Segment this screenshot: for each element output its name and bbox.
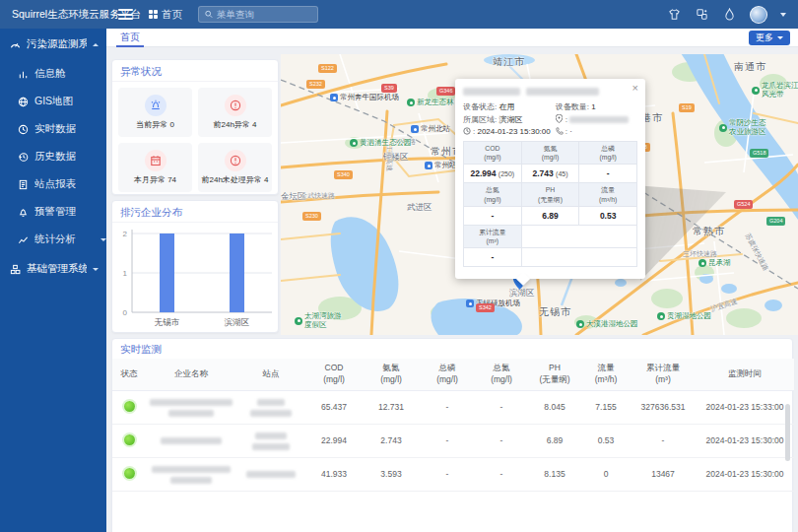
abnormal-card-2[interactable]: 本月异常 74	[118, 143, 192, 192]
abnormal-card-label: 本月异常 74	[134, 174, 176, 185]
popup-metric-header: COD(mg/l)	[464, 142, 522, 165]
transport-poi-icon	[411, 125, 419, 133]
metric-cell: 41.933	[305, 457, 363, 491]
sidebar-group-1[interactable]: 基础管理系统	[0, 253, 106, 285]
map-label-poi-green: 太湖湾旅游 度假区	[295, 312, 342, 329]
monitor-col-总磷: 总磷(mg/l)	[420, 359, 475, 390]
monitor-col-氨氮: 氨氮(mg/l)	[363, 359, 420, 390]
popup-metric-value: 0.53	[579, 206, 637, 225]
popup-device-info: 设备状态: 在用 设备数量: 1 所属区域: 滨湖区 : : 2024-01-2…	[463, 101, 637, 136]
more-button-label: 更多	[756, 32, 773, 44]
park-poi-icon	[752, 87, 760, 95]
status-dot-green	[124, 468, 135, 479]
sidebar-item-信息舱[interactable]: 信息舱	[0, 60, 106, 88]
map-label-district: 金坛区	[281, 191, 306, 203]
user-avatar[interactable]	[750, 6, 767, 24]
table-row[interactable]: 22.9942.743--6.890.53-2024-01-23 15:30:0…	[112, 424, 794, 457]
popup-metric-header: 总氮(mg/l)	[464, 183, 522, 206]
sidebar: 污染源监测系统信息舱GIS地图实时数据历史数据站点报表预警管理统计分析基础管理系…	[0, 29, 106, 532]
svg-text:1: 1	[123, 269, 128, 278]
sidebar-item-label: 信息舱	[34, 67, 66, 81]
road-badge-S39: S39	[381, 84, 397, 93]
enterprise-distribution-panel: 排污企业分布 012无锡市滨湖区	[111, 200, 279, 333]
station-cell-redacted	[236, 457, 305, 491]
sidebar-group-0[interactable]: 污染源监测系统	[0, 29, 106, 60]
modules-icon	[10, 264, 21, 275]
park-poi-icon	[657, 312, 665, 320]
user-menu-chevron-down-icon[interactable]	[780, 13, 786, 17]
monitor-col-累计流量: 累计流量(m³)	[631, 359, 696, 390]
park-poi-icon	[407, 99, 415, 106]
monitor-panel-title: 实时监测	[112, 339, 792, 359]
sidebar-item-站点报表[interactable]: 站点报表	[0, 170, 106, 198]
abnormal-card-3[interactable]: 前24h未处理异常 4	[198, 143, 272, 192]
abnormal-panel-title: 异常状况	[112, 60, 278, 82]
metric-cell: 8.135	[528, 457, 581, 491]
report-icon	[18, 179, 29, 190]
device-time: : 2024-01-23 15:30:00	[463, 127, 556, 136]
sidebar-item-实时数据[interactable]: 实时数据	[0, 115, 106, 143]
map-label-road: 苏虞张快速路	[743, 232, 771, 273]
poi-label-text: 新龙生态林	[417, 99, 454, 107]
popup-metric-header: 流量(m³/h)	[579, 183, 637, 206]
table-row[interactable]: 41.9333.593--8.1350134672024-01-23 15:30…	[112, 457, 794, 491]
sidebar-item-label: 历史数据	[34, 150, 76, 164]
monitor-col-监测时间: 监测时间	[696, 359, 794, 390]
metric-cell: 13467	[631, 457, 696, 491]
theme-skin-icon[interactable]	[667, 7, 682, 22]
location-pin-icon	[556, 114, 564, 123]
map-label-poi-green: 黄泗浦生态公园	[350, 139, 412, 148]
map-label-poi-green: 新龙生态林	[407, 99, 454, 107]
road-badge-S230: S230	[302, 212, 321, 221]
tab-home[interactable]: 首页	[116, 29, 144, 47]
gis-map[interactable]: 靖江市南通市常州市无锡市常熟市张家港市钟楼区武进区金坛区滨湖区外环路江宜高速金武…	[281, 54, 798, 335]
sidebar-item-GIS地图[interactable]: GIS地图	[0, 88, 106, 115]
more-button[interactable]: 更多	[749, 31, 790, 45]
map-label-district: 钟楼区	[383, 152, 409, 164]
abnormal-card-1[interactable]: 前24h异常 4	[198, 88, 272, 137]
poi-label-text: 常阴沙生态 农业旅游区	[729, 119, 766, 136]
popup-metric-value: -	[464, 206, 522, 225]
map-label-poi-green: 常阴沙生态 农业旅游区	[719, 119, 766, 136]
poi-label-text: 大溪港湿地公园	[586, 320, 638, 329]
table-row[interactable]: 65.43712.731--8.0457.155327636.5312024-0…	[112, 390, 794, 424]
bars-icon	[18, 69, 29, 80]
menu-search[interactable]	[198, 6, 318, 23]
sidebar-item-历史数据[interactable]: 历史数据	[0, 143, 106, 170]
map-label-poi-blue: 常州站	[425, 162, 457, 170]
alert-circle-icon	[225, 95, 246, 116]
device-count: 设备数量: 1	[556, 101, 637, 112]
table-scrollbar[interactable]	[785, 404, 790, 461]
map-label-city: 南通市	[734, 60, 766, 74]
map-label-city: 常熟市	[693, 225, 725, 238]
station-cell-redacted	[236, 390, 305, 424]
map-label-poi-green: 贡湖湿地公园	[657, 312, 711, 321]
road-badge-G524: G524	[734, 200, 753, 209]
monitor-col-流量: 流量(m³/h)	[581, 359, 631, 390]
map-label-poi-blue: 无锡硕放机场	[466, 299, 520, 308]
hamburger-menu-icon[interactable]	[118, 9, 133, 20]
metric-cell: 2.743	[363, 424, 420, 457]
multi-screen-icon[interactable]	[695, 7, 709, 22]
search-input[interactable]	[217, 9, 311, 20]
globe-icon	[18, 97, 29, 107]
metric-cell: 65.437	[305, 390, 363, 424]
map-label-poi-blue: 常州北站	[411, 125, 450, 134]
map-label-road: 金武快速路	[300, 191, 335, 201]
popup-metric-header: 氨氮(mg/l)	[521, 142, 579, 165]
popup-close-icon[interactable]: ×	[632, 83, 638, 94]
chart-panel-title: 排污企业分布	[112, 201, 278, 223]
abnormal-card-0[interactable]: 当前异常 0	[118, 88, 192, 137]
topbar-home-link[interactable]: 首页	[149, 8, 182, 22]
transport-poi-icon	[425, 162, 432, 169]
abnormal-card-label: 当前异常 0	[136, 119, 174, 130]
flame-icon[interactable]	[722, 7, 737, 22]
sidebar-item-统计分析[interactable]: 统计分析	[0, 226, 106, 253]
poi-label-text: 无锡硕放机场	[476, 299, 520, 308]
clock-icon	[463, 127, 471, 135]
sidebar-item-预警管理[interactable]: 预警管理	[0, 198, 106, 226]
road-badge-S122: S122	[318, 64, 337, 73]
calendar-icon	[145, 150, 166, 171]
phone-icon	[556, 127, 564, 135]
map-label-poi-green: 大溪港湿地公园	[576, 320, 638, 329]
